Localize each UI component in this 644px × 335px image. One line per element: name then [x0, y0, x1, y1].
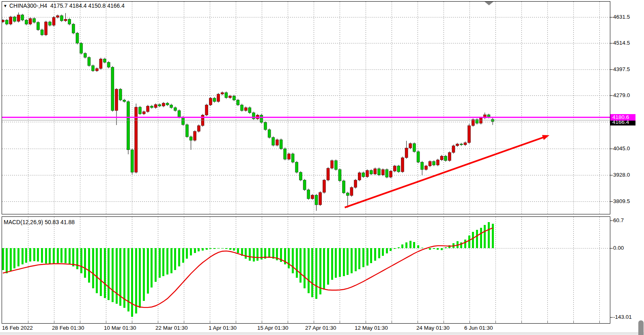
symbol-dropdown-icon[interactable]: ▼: [3, 4, 7, 8]
time-scale-axis[interactable]: 16 Feb 202228 Feb 01:3010 Mar 01:3022 Ma…: [0, 324, 644, 333]
axis-tick: [610, 17, 613, 17]
time-axis-tick: [288, 321, 288, 324]
time-axis-tick: [599, 321, 600, 324]
axis-tick: [610, 317, 613, 318]
time-axis-tick: [340, 321, 340, 324]
ohlc-low: 4150.8: [88, 2, 106, 9]
time-axis-label: 12 May 01:30: [355, 325, 388, 331]
price-axis-label: 4279.0: [613, 92, 630, 99]
symbol-timeframe: CHINA300-,H4: [9, 2, 47, 9]
macd-name: MACD(12,26,9): [4, 219, 43, 225]
time-axis-tick: [470, 321, 470, 324]
ohlc-high: 4184.4: [69, 2, 87, 9]
macd-axis-label: 0.00: [613, 245, 624, 251]
macd-histogram: [2, 222, 494, 317]
time-axis-tick: [106, 321, 106, 324]
macd-axis-label: -143.01: [613, 314, 632, 320]
time-axis-tick: [210, 321, 210, 324]
axis-tick: [610, 220, 613, 221]
horizontal-line-price-tag[interactable]: 4180.6: [610, 114, 635, 121]
vertical-scrollbar-thumb[interactable]: [638, 320, 644, 335]
price-axis-label: 4514.5: [613, 40, 630, 46]
axis-tick: [610, 201, 613, 202]
macd-indicator-pane[interactable]: [2, 216, 610, 324]
price-axis-label: 3928.0: [613, 172, 630, 178]
time-axis-tick: [392, 321, 392, 324]
macd-values: 50.83 41.88: [45, 219, 75, 225]
time-axis-tick: [54, 321, 54, 324]
window-bottom-edge: [0, 333, 644, 335]
price-axis-label: 4397.5: [613, 66, 630, 73]
horizontal-price-line[interactable]: [2, 117, 610, 118]
time-axis-tick: [262, 321, 262, 324]
macd-indicator-label: MACD(12,26,9) 50.83 41.88: [4, 219, 75, 225]
axis-tick: [610, 95, 613, 96]
trading-chart-window: ▼CHINA300-,H4 4175.7 4184.4 4150.8 4166.…: [0, 0, 644, 335]
price-chart-canvas[interactable]: [2, 2, 610, 214]
time-axis-label: 16 Feb 2022: [2, 325, 33, 331]
time-axis-label: 6 Jun 01:30: [464, 325, 493, 331]
time-axis-tick: [418, 321, 418, 324]
price-axis-label: 4045.0: [613, 145, 630, 152]
time-axis-tick: [314, 321, 314, 324]
ohlc-close: 4166.4: [107, 2, 125, 9]
time-axis-label: 10 Mar 01:30: [104, 325, 136, 331]
time-axis-label: 22 Mar 01:30: [155, 325, 188, 331]
axis-tick: [610, 175, 613, 175]
time-axis-tick: [80, 321, 80, 324]
time-axis-tick: [28, 321, 28, 324]
time-axis-label: 27 Apr 01:30: [305, 325, 336, 331]
time-axis-tick: [495, 321, 496, 324]
macd-canvas[interactable]: [2, 217, 610, 323]
scroll-to-end-marker-icon[interactable]: [485, 2, 493, 5]
axis-tick: [610, 149, 613, 149]
axis-tick: [610, 69, 613, 70]
axis-tick: [610, 248, 613, 249]
ohlc-open: 4175.7: [50, 2, 68, 9]
time-axis-tick: [444, 321, 444, 324]
time-axis-tick: [573, 321, 574, 324]
price-axis-label: 3809.5: [613, 198, 630, 205]
time-axis-tick: [184, 321, 184, 324]
time-axis-tick: [236, 321, 236, 324]
price-chart-pane[interactable]: [2, 1, 610, 214]
time-axis-label: 28 Feb 01:30: [52, 325, 84, 331]
time-axis-tick: [132, 321, 132, 324]
time-axis-tick: [158, 321, 158, 324]
time-axis-label: 15 Apr 01:30: [257, 325, 289, 331]
price-scale-axis[interactable]: 4631.54514.54397.54279.04045.03928.03809…: [610, 0, 644, 324]
time-axis-tick: [366, 321, 366, 324]
chart-title: ▼CHINA300-,H4 4175.7 4184.4 4150.8 4166.…: [3, 2, 125, 9]
time-axis-label: 1 Apr 01:30: [209, 325, 237, 331]
macd-axis-label: 60.7: [613, 217, 624, 224]
axis-tick: [610, 43, 613, 43]
time-axis-label: 24 May 01:30: [416, 325, 450, 331]
price-axis-label: 4631.5: [613, 14, 630, 20]
time-axis-tick: [547, 321, 548, 324]
time-axis-tick: [521, 321, 522, 324]
